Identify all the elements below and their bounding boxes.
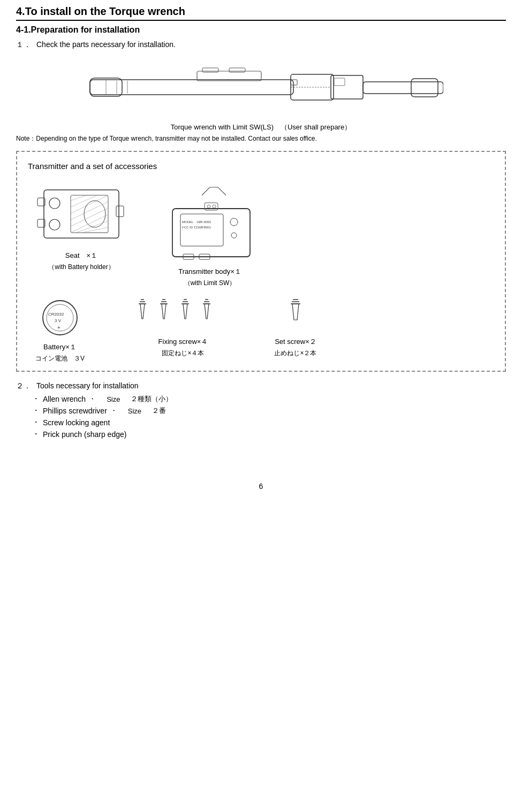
svg-rect-7 [202, 68, 218, 72]
note-text: Note：Depending on the type of Torque wre… [16, 134, 506, 143]
torque-image-area [16, 59, 506, 118]
svg-point-41 [207, 205, 210, 208]
accessories-bottom-row: CR2032 3 V + Battery×１ コイン電池 ３V [28, 297, 494, 363]
allen-size-value: ２種類（小） [131, 394, 172, 404]
svg-marker-52 [162, 304, 166, 319]
svg-point-37 [231, 233, 237, 238]
transmitter-item: MODEL 1MF-8001 FCC ID T21MF8001 Transmit… [151, 179, 269, 288]
accessories-top-row: Seat ×１ （with Battery holder） MODEL 1MF-… [28, 179, 494, 288]
step1-label: １． Check the parts necessary for install… [16, 40, 506, 50]
tool-bullet-prick: ・ [32, 430, 40, 439]
torque-wrench-svg [79, 59, 443, 118]
seat-svg [28, 179, 135, 249]
tool-item-locking: ・ Screw locking agent [32, 418, 506, 427]
set-screw-item: Set screw×２ 止めねじ×２本 [274, 297, 317, 358]
tool-name-prick: Prick punch (sharp edge) [43, 430, 126, 439]
tool-details-phillips: ・ Size ２番 [110, 406, 166, 416]
svg-rect-10 [331, 75, 363, 99]
fixing-screws-label: Fixing screw×４ [158, 337, 208, 347]
battery-item: CR2032 3 V + Battery×１ コイン電池 ３V [28, 297, 92, 363]
allen-size-label: Size [107, 395, 120, 403]
seat-item: Seat ×１ （with Battery holder） [28, 179, 135, 272]
svg-text:3 V: 3 V [55, 318, 62, 323]
svg-rect-12 [363, 82, 443, 94]
svg-point-16 [49, 198, 60, 209]
battery-svg: CR2032 3 V + [28, 297, 92, 340]
svg-marker-64 [292, 304, 299, 320]
tools-list: ・ Allen wrench ・ Size ２種類（小） ・ Phillips … [32, 394, 506, 439]
tool-name-phillips: Phillips screwdriver [43, 407, 107, 415]
svg-rect-0 [90, 80, 293, 95]
step2-label: ２． Tools necessary for installation [16, 381, 506, 391]
transmitter-svg: MODEL 1MF-8001 FCC ID T21MF8001 [151, 179, 269, 265]
svg-text:+: + [57, 325, 60, 331]
page-title: 4.To install on the Torque wrench [16, 5, 506, 18]
svg-line-19 [71, 195, 87, 201]
tool-details-allen: ・ Size ２種類（小） [89, 394, 172, 404]
tool-item-allen: ・ Allen wrench ・ Size ２種類（小） [32, 394, 506, 404]
allen-detail-bullet: ・ [89, 394, 96, 404]
accessories-title: Transmitter and a set of accessories [28, 162, 494, 171]
svg-rect-11 [334, 78, 345, 86]
battery-sublabel: コイン電池 ３V [35, 354, 85, 363]
svg-rect-29 [116, 206, 124, 217]
fixing-screws-sublabel: 固定ねじ×４本 [162, 349, 204, 358]
page-footer: 6 [16, 482, 506, 491]
accessories-box: Transmitter and a set of accessories [16, 151, 506, 372]
page-number: 6 [259, 482, 263, 491]
svg-point-17 [49, 219, 60, 230]
step1-num: １． [16, 40, 31, 50]
step2-num: ２． [16, 381, 31, 391]
svg-text:CR2032: CR2032 [48, 312, 64, 317]
tool-name-locking: Screw locking agent [43, 418, 110, 427]
fixing-screws-svg [124, 297, 242, 335]
fixing-screws-item: Fixing screw×４ 固定ねじ×４本 [124, 297, 242, 358]
section-title: 4-1.Preparation for installation [16, 25, 506, 35]
phillips-size-value: ２番 [152, 406, 166, 416]
svg-line-26 [81, 227, 108, 233]
svg-point-36 [230, 218, 238, 226]
svg-text:FCC ID  T21MF8001: FCC ID T21MF8001 [182, 226, 211, 229]
svg-rect-33 [180, 214, 223, 246]
svg-point-42 [213, 205, 216, 208]
tool-bullet-phillips: ・ [32, 406, 40, 416]
tool-bullet-allen: ・ [32, 394, 40, 404]
svg-rect-32 [172, 209, 250, 257]
svg-line-20 [71, 195, 97, 207]
svg-text:MODEL　1MF-8001: MODEL 1MF-8001 [182, 220, 211, 224]
svg-rect-18 [71, 195, 108, 233]
battery-label: Battery×１ [43, 342, 77, 352]
transmitter-sublabel: （with Limit SW） [184, 279, 236, 288]
svg-rect-13 [411, 79, 438, 97]
set-screw-svg [274, 297, 317, 335]
svg-marker-60 [205, 304, 209, 319]
svg-point-28 [84, 201, 105, 227]
tool-item-prick: ・ Prick punch (sharp edge) [32, 430, 506, 439]
set-screw-label: Set screw×２ [275, 337, 316, 347]
tool-name-allen: Allen wrench [43, 395, 86, 403]
phillips-size-label: Size [128, 407, 141, 415]
tool-item-phillips: ・ Phillips screwdriver ・ Size ２番 [32, 406, 506, 416]
tools-section: ２． Tools necessary for installation ・ Al… [16, 381, 506, 439]
step1-text: Check the parts necessary for installati… [36, 40, 176, 49]
transmitter-label: Transmitter body×１ [178, 267, 241, 277]
page-header: 4.To install on the Torque wrench [16, 5, 506, 21]
torque-caption: Torque wrench with Limit SW(LS) （User sh… [16, 122, 506, 132]
seat-sublabel: （with Battery holder） [48, 263, 114, 272]
svg-rect-8 [229, 68, 245, 72]
step2-text: Tools necessary for installation [36, 381, 139, 391]
phillips-detail-bullet: ・ [110, 406, 117, 416]
seat-label: Seat ×１ [65, 251, 97, 261]
svg-marker-56 [183, 304, 187, 319]
tool-bullet-locking: ・ [32, 418, 40, 427]
svg-marker-48 [140, 304, 145, 319]
set-screw-sublabel: 止めねじ×２本 [274, 349, 316, 358]
